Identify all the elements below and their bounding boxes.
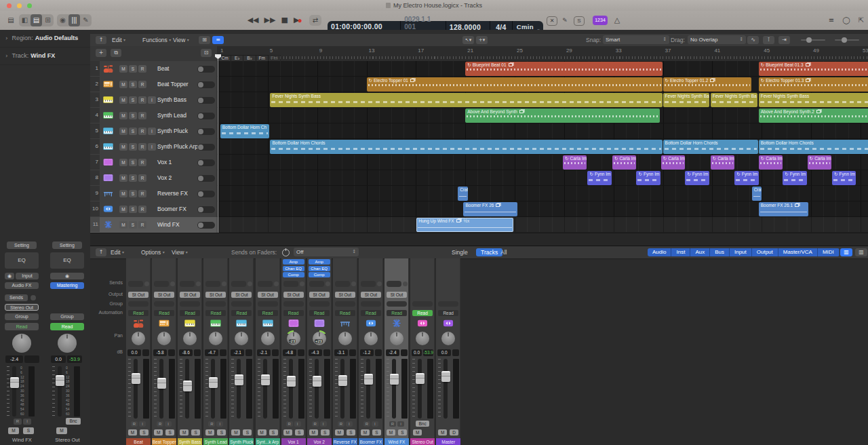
filter-bus[interactable]: Bus bbox=[710, 248, 730, 256]
solo-button[interactable]: S bbox=[217, 429, 226, 436]
track-header-row[interactable]: 7MSRVox 1 bbox=[90, 155, 217, 171]
region[interactable]: ↻ Carla Im bbox=[808, 155, 831, 170]
channel-strip[interactable]: St OutRead-1.2RIMSBoomer FX bbox=[359, 258, 383, 445]
send-knob[interactable] bbox=[403, 282, 408, 286]
region[interactable]: Bottom Dollar Horn Chords bbox=[270, 140, 662, 154]
mute-button[interactable]: M bbox=[205, 429, 214, 436]
input-monitor-button[interactable]: I bbox=[372, 421, 378, 427]
region[interactable]: Fever Nights Synth Bass bbox=[270, 93, 662, 107]
send-knob[interactable] bbox=[326, 282, 330, 286]
menu-view[interactable]: View ▾ bbox=[173, 34, 189, 46]
bounce-button[interactable]: Bnc bbox=[66, 418, 81, 425]
mute-button[interactable]: M bbox=[154, 429, 163, 436]
fader-cap[interactable] bbox=[56, 375, 64, 386]
group-slot[interactable] bbox=[231, 301, 252, 307]
bar-ruler[interactable]: 1591317212529333741454953CmE♭B♭FmFm bbox=[217, 46, 868, 62]
record-enable-button[interactable]: R bbox=[338, 421, 344, 427]
record-enable-button[interactable]: R bbox=[138, 112, 146, 119]
channel-strip[interactable]: St OutRead-3.1RIMSReverse FX bbox=[333, 258, 357, 445]
group-slot[interactable] bbox=[438, 301, 458, 307]
fader-track[interactable] bbox=[366, 359, 370, 419]
region[interactable]: ↻ Fynn Im bbox=[636, 171, 660, 185]
list-editors-icon[interactable]: ≡ bbox=[826, 15, 837, 26]
region[interactable]: Bottom Dollar Horn Chords bbox=[759, 140, 868, 154]
library-icon[interactable]: ▤ bbox=[5, 15, 16, 26]
track-header-row[interactable]: 3MSRISynth Bass bbox=[90, 92, 217, 109]
mute-button[interactable]: M bbox=[361, 429, 370, 436]
pan-knob[interactable] bbox=[338, 332, 352, 345]
fader-cap[interactable] bbox=[390, 374, 399, 385]
duplicate-track-button[interactable]: ⧉ bbox=[111, 49, 121, 57]
cycle-icon[interactable]: ⇄ bbox=[309, 15, 321, 26]
mute-button[interactable]: M bbox=[283, 429, 292, 436]
input-monitor-button[interactable]: I bbox=[320, 421, 327, 427]
plugin-slot[interactable]: Amp bbox=[283, 259, 304, 265]
pan-knob[interactable] bbox=[12, 334, 31, 353]
filter-midi[interactable]: MIDI bbox=[818, 248, 840, 256]
solo-button[interactable]: S bbox=[129, 143, 137, 151]
region[interactable]: ↻ Fynn Im bbox=[832, 171, 856, 185]
waveform-zoom-icon[interactable]: ∿ bbox=[747, 36, 759, 44]
freeze-toggle[interactable] bbox=[197, 191, 215, 197]
record-enable-button[interactable]: R bbox=[138, 65, 146, 73]
automation-mode-button[interactable]: Read bbox=[231, 310, 252, 316]
pan-knob[interactable] bbox=[58, 334, 77, 353]
mixer-view-tracks[interactable]: Tracks bbox=[476, 248, 502, 256]
freeze-toggle[interactable] bbox=[197, 144, 215, 151]
region[interactable]: ↻ Carla Im bbox=[563, 155, 587, 170]
freeze-toggle[interactable] bbox=[197, 128, 215, 135]
fader-cap[interactable] bbox=[10, 377, 19, 388]
freeze-toggle[interactable] bbox=[197, 206, 215, 213]
group-slot[interactable] bbox=[309, 301, 330, 307]
region[interactable]: Bottom Dollar Horn Chords bbox=[663, 140, 758, 154]
send-knob[interactable] bbox=[170, 282, 175, 286]
send-knob[interactable] bbox=[144, 282, 149, 286]
plugin-slot[interactable]: Comp bbox=[283, 272, 304, 277]
send-slot[interactable] bbox=[283, 281, 298, 287]
mixer-view-all[interactable]: All bbox=[500, 246, 507, 258]
fader-track[interactable] bbox=[263, 359, 267, 419]
automation-mode-button[interactable]: Read bbox=[50, 323, 84, 330]
mute-button[interactable]: M bbox=[387, 429, 395, 436]
solo-button[interactable]: S bbox=[129, 221, 137, 229]
record-enable-button[interactable]: R bbox=[157, 421, 163, 427]
record-enable-button[interactable]: R bbox=[286, 421, 293, 427]
region[interactable]: Fever Nights Synth Ba bbox=[663, 93, 709, 107]
mute-button[interactable]: M bbox=[438, 429, 447, 436]
channel-strip[interactable]: St OutRead-2.1MSSynth Pluck bbox=[229, 258, 254, 445]
fader-cap[interactable] bbox=[157, 378, 166, 389]
plugin-slot[interactable]: Amp bbox=[309, 259, 330, 265]
record-enable-button[interactable]: R bbox=[208, 421, 215, 427]
channel-strip[interactable]: St OutRead0.0RIMSBeat bbox=[126, 258, 151, 445]
record-icon[interactable]: ● bbox=[294, 15, 305, 26]
region[interactable]: Crat bbox=[752, 187, 762, 201]
input-monitor-button[interactable]: I bbox=[139, 421, 146, 427]
eq-slot[interactable]: EQ bbox=[50, 252, 84, 269]
filter-output[interactable]: Output bbox=[752, 248, 778, 256]
mixer-menu-view[interactable]: View ▾ bbox=[172, 246, 188, 258]
solo-button[interactable]: S bbox=[347, 429, 355, 436]
eq-slot[interactable]: EQ bbox=[5, 252, 39, 269]
send-slot[interactable] bbox=[387, 281, 401, 287]
pan-knob[interactable] bbox=[235, 332, 248, 345]
channel-strip[interactable]: St OutRead-4.7RIMSSynth Lead bbox=[203, 258, 228, 445]
region[interactable]: Fever Nights Synth Ba bbox=[711, 93, 757, 107]
output-slot[interactable]: St Out bbox=[205, 292, 226, 298]
group-slot[interactable] bbox=[283, 301, 304, 307]
solo-button[interactable]: S bbox=[129, 81, 137, 88]
pencil-icon[interactable]: ✎ bbox=[80, 14, 92, 26]
group-slot[interactable] bbox=[335, 301, 355, 307]
fader-track[interactable] bbox=[392, 359, 396, 419]
automation-mode-button[interactable]: Read bbox=[205, 310, 226, 316]
group-slot[interactable] bbox=[412, 301, 433, 307]
fader-cap[interactable] bbox=[287, 376, 296, 387]
send-slot[interactable] bbox=[361, 281, 376, 287]
region-inspector-header[interactable]: ›Region:Audio Defaults bbox=[0, 30, 90, 47]
fader-track[interactable] bbox=[340, 359, 344, 419]
input-monitor-button[interactable]: I bbox=[148, 96, 156, 104]
group-slot[interactable] bbox=[361, 301, 381, 307]
fader-track[interactable] bbox=[418, 359, 422, 419]
channel-strip[interactable]: St OutRead-8.6MSSynth Bass bbox=[178, 258, 202, 445]
input-monitor-button[interactable]: I bbox=[23, 419, 31, 425]
record-enable-button[interactable]: R bbox=[138, 96, 146, 104]
